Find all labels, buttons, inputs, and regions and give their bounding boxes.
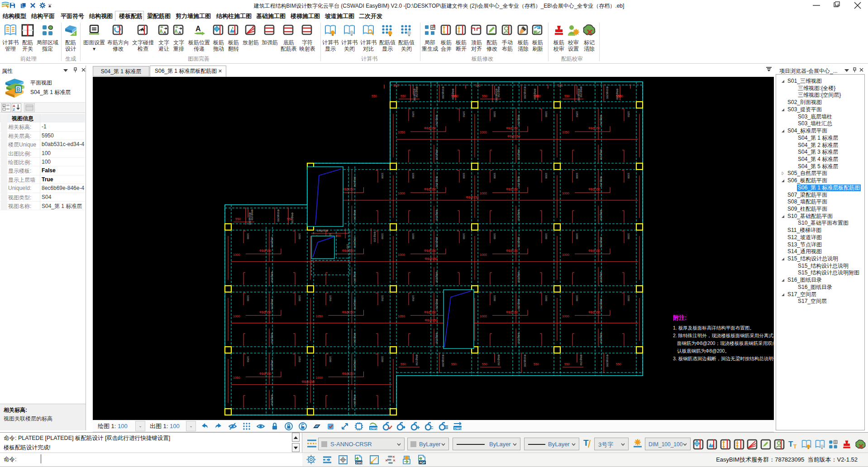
svg-text:面钢筋为Φ8@200；现浇楼板板底钢筋采用双向通长布置，默: 面钢筋为Φ8@200；现浇楼板板底钢筋采用双向通长布置，默	[677, 340, 774, 346]
svg-text:1050: 1050	[412, 295, 415, 301]
svg-text:Φ8@150: Φ8@150	[506, 188, 518, 191]
svg-text:Φ8@150: Φ8@150	[425, 257, 438, 260]
svg-text:●: ●	[3, 104, 5, 107]
svg-text:Φ8@150: Φ8@150	[259, 311, 272, 314]
svg-text:Φ8@150: Φ8@150	[517, 176, 520, 187]
svg-text:Φ8@150: Φ8@150	[342, 188, 354, 191]
svg-text:550: 550	[401, 363, 406, 366]
svg-text:T: T	[583, 438, 589, 448]
svg-text:1000: 1000	[398, 192, 405, 195]
svg-text:Φ8@150: Φ8@150	[435, 299, 438, 309]
svg-text:Z: Z	[13, 108, 15, 112]
svg-text:Φ8@150: Φ8@150	[259, 372, 272, 375]
svg-text:1. 板厚及板面标高详结构平面布置图。: 1. 板厚及板面标高详结构平面布置图。	[673, 325, 754, 330]
svg-text:✕: ✕	[393, 459, 396, 462]
svg-text:550: 550	[451, 363, 457, 366]
svg-text:1000: 1000	[545, 295, 548, 301]
svg-text:T: T	[793, 443, 797, 450]
svg-text:1000: 1000	[381, 356, 384, 362]
svg-text:1000: 1000	[545, 111, 548, 117]
svg-text:Φ8@150: Φ8@150	[435, 333, 438, 343]
svg-text:Φ8@150: Φ8@150	[580, 354, 582, 366]
svg-text:2. 除特殊注明外，现浇楼板板面钢筋采用分离式布置，默认板: 2. 除特殊注明外，现浇楼板板面钢筋采用分离式布置，默认板	[673, 333, 774, 338]
svg-text:Φ8@150: Φ8@150	[353, 210, 356, 220]
svg-text:Φ10@200: Φ10@200	[248, 212, 251, 225]
svg-text:A: A	[174, 28, 178, 34]
svg-text:550: 550	[393, 84, 399, 87]
svg-text:550: 550	[372, 94, 377, 98]
svg-text:550: 550	[235, 217, 241, 221]
svg-text:3. 板钢筋遇洞边截断，洞边无梁时按结构总说明设加强筋。: 3. 板钢筋遇洞边截断，洞边无梁时按结构总说明设加强筋。	[673, 356, 774, 361]
svg-text:Φ8@150: Φ8@150	[588, 249, 601, 252]
svg-text:Φ8@150: Φ8@150	[517, 272, 520, 282]
svg-text:T: T	[788, 440, 793, 448]
svg-text:Φ8@150: Φ8@150	[588, 188, 601, 191]
svg-text:Φ8@150: Φ8@150	[600, 115, 602, 125]
svg-text:Φ8@150: Φ8@150	[506, 127, 518, 130]
svg-text:1000: 1000	[480, 315, 487, 318]
svg-text:Φ8@150: Φ8@150	[353, 360, 356, 370]
svg-text:Φ8@150: Φ8@150	[517, 115, 520, 125]
svg-text:Φ8@150: Φ8@150	[600, 149, 602, 160]
svg-text:1050: 1050	[398, 131, 405, 134]
svg-text:1000: 1000	[412, 233, 415, 239]
svg-text:Φ10@200: Φ10@200	[277, 209, 280, 222]
svg-text:1050: 1050	[576, 111, 578, 117]
svg-text:Φ8@150: Φ8@150	[600, 272, 602, 282]
svg-text:150: 150	[346, 244, 349, 249]
svg-text:Φ8@150: Φ8@150	[616, 89, 619, 100]
svg-text:1000: 1000	[412, 173, 415, 179]
svg-text:Φ8@150: Φ8@150	[600, 237, 602, 247]
svg-text:Φ8@150: Φ8@150	[435, 149, 438, 160]
svg-text:Φ8@150: Φ8@150	[353, 299, 356, 309]
svg-text:1000: 1000	[329, 356, 332, 362]
svg-text:1000: 1000	[381, 173, 384, 179]
svg-text:1050: 1050	[381, 295, 384, 301]
svg-text:1000: 1000	[480, 253, 487, 256]
svg-text:附注:: 附注:	[673, 314, 687, 321]
svg-text:Φ8@150: Φ8@150	[353, 395, 356, 405]
svg-text:Φ8@150: Φ8@150	[342, 311, 354, 314]
svg-text:550: 550	[401, 94, 406, 98]
svg-text:Φ8@150: Φ8@150	[517, 237, 520, 247]
svg-text:Φ10@200: Φ10@200	[524, 86, 526, 99]
svg-text:Φ8@150: Φ8@150	[534, 89, 536, 100]
svg-text:Φ10@200: Φ10@200	[524, 354, 526, 367]
svg-text:B: B	[16, 86, 20, 93]
svg-text:550: 550	[534, 363, 539, 366]
svg-text:Φ8@150: Φ8@150	[353, 333, 356, 343]
svg-text:1000: 1000	[463, 173, 465, 179]
svg-text:Φ8@150: Φ8@150	[271, 333, 273, 343]
svg-text:Φ10@200: Φ10@200	[495, 89, 498, 101]
svg-text:Φ8@150: Φ8@150	[588, 127, 601, 130]
svg-text:Φ10@200: Φ10@200	[606, 354, 609, 367]
svg-text:Φ8@150: Φ8@150	[517, 299, 520, 309]
svg-text:Φ8@150: Φ8@150	[506, 249, 518, 252]
svg-text:Φ8@150: Φ8@150	[600, 299, 602, 309]
svg-text:Φ8@150: Φ8@150	[435, 272, 438, 282]
svg-text:1000: 1000	[493, 111, 496, 117]
svg-text:1050: 1050	[412, 111, 415, 117]
svg-text:Φ8@150: Φ8@150	[353, 237, 356, 247]
svg-text:Φ10@200: Φ10@200	[606, 86, 609, 99]
svg-text:A: A	[159, 28, 163, 34]
svg-text:1000: 1000	[480, 192, 487, 195]
svg-text:Φ8@150: Φ8@150	[424, 311, 436, 314]
svg-text:Φ8@150: Φ8@150	[342, 372, 354, 375]
svg-text:1000: 1000	[545, 173, 548, 179]
svg-text:PDF: PDF	[420, 461, 425, 464]
svg-text:1000: 1000	[316, 376, 323, 379]
svg-text:1000: 1000	[398, 253, 405, 256]
svg-text:1000: 1000	[562, 315, 569, 318]
svg-text:550: 550	[616, 363, 621, 366]
svg-text:1050: 1050	[463, 111, 465, 117]
svg-text:A: A	[163, 30, 167, 35]
svg-text:1000: 1000	[562, 253, 569, 256]
svg-text:550: 550	[564, 363, 570, 366]
svg-text:✕: ✕	[392, 455, 395, 458]
svg-text:1000: 1000	[247, 295, 249, 301]
svg-text:A: A	[178, 30, 181, 35]
svg-text:Φ8@150: Φ8@150	[435, 176, 438, 187]
svg-text:Φ8@150: Φ8@150	[424, 188, 436, 191]
svg-text:Φ8@150: Φ8@150	[425, 319, 438, 322]
